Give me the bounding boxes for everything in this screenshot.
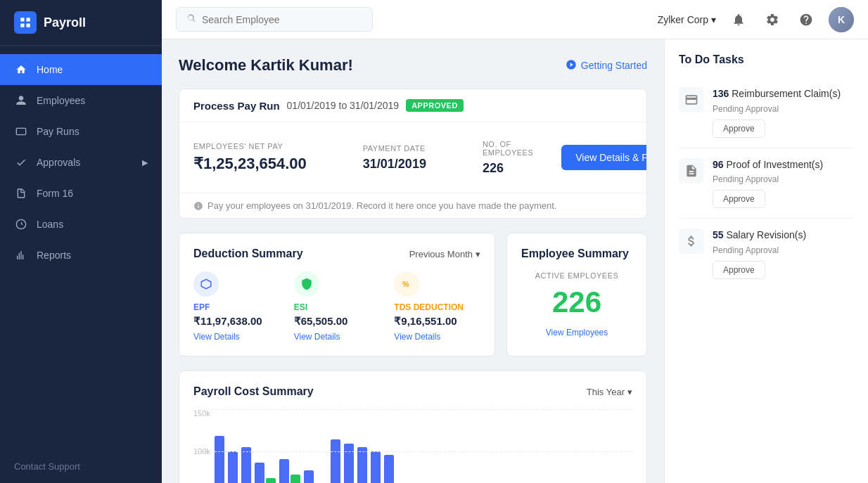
getting-started-label: Getting Started: [581, 60, 647, 71]
todo-salary-content: 55 Salary Revision(s) Pending Approval A…: [713, 228, 854, 279]
sidebar-item-payruns-label: Pay Runs: [37, 126, 79, 137]
reports-icon: [14, 248, 28, 262]
proof-investment-icon: [679, 158, 704, 183]
esi-icon: [294, 271, 319, 297]
sidebar-item-approvals[interactable]: Approvals ▶: [0, 147, 162, 178]
employees-icon: [14, 94, 28, 108]
home-icon: [14, 63, 28, 77]
employees-net-pay-value: ₹1,25,23,654.00: [193, 155, 307, 173]
todo-item-proof-investment: 96 Proof of Investment(s) Pending Approv…: [679, 148, 854, 219]
netpay-bar: [241, 447, 251, 483]
chart-bar-group: [371, 451, 381, 484]
chart-bar-group: [279, 459, 300, 484]
cost-period-selector[interactable]: This Year ▾: [587, 387, 632, 397]
todo-salary-type: Salary Revision(s): [726, 229, 806, 240]
netpay-bar: [384, 455, 394, 483]
sidebar-item-employees[interactable]: Employees: [0, 85, 162, 116]
company-selector[interactable]: Zylker Corp ▾: [658, 14, 716, 25]
todo-reimbursement-content: 136 Reimbursement Claim(s) Pending Appro…: [713, 87, 854, 138]
deduction-period-chevron-icon: ▾: [476, 249, 480, 259]
salary-revision-icon: [679, 228, 704, 254]
avatar[interactable]: K: [829, 7, 854, 32]
todo-proof-count: 96: [713, 159, 724, 170]
taxes-bar: [291, 475, 300, 484]
todo-item-salary-revision: 55 Salary Revision(s) Pending Approval A…: [679, 219, 854, 289]
pay-run-note-text: Pay your employees on 31/01/2019. Record…: [208, 200, 556, 211]
settings-button[interactable]: [761, 8, 784, 31]
proof-approve-button[interactable]: Approve: [713, 190, 765, 208]
todo-reimbursement-count: 136: [713, 88, 729, 99]
deduction-card-header: Deduction Summary Previous Month ▾: [193, 247, 480, 260]
epf-view-details-link[interactable]: View Details: [193, 332, 280, 342]
pay-run-period: 01/01/2019 to 31/01/2019: [287, 100, 400, 111]
pay-run-banner: Process Pay Run 01/01/2019 to 31/01/2019…: [179, 89, 647, 219]
company-name-label: Zylker Corp: [658, 14, 708, 25]
deduction-summary-card: Deduction Summary Previous Month ▾ EP: [179, 233, 495, 356]
search-bar[interactable]: [176, 7, 373, 32]
tds-view-details-link[interactable]: View Details: [394, 332, 480, 342]
esi-view-details-link[interactable]: View Details: [294, 332, 381, 342]
view-employees-link[interactable]: View Employees: [521, 328, 632, 337]
todo-proof-text: 96 Proof of Investment(s): [713, 158, 854, 172]
todo-proof-content: 96 Proof of Investment(s) Pending Approv…: [713, 158, 854, 209]
reimbursement-approve-button[interactable]: Approve: [713, 120, 765, 138]
app-name: Payroll: [44, 15, 86, 30]
svg-rect-2: [20, 24, 24, 27]
getting-started-icon: [566, 59, 577, 72]
getting-started-link[interactable]: Getting Started: [566, 59, 647, 72]
view-details-pay-button[interactable]: View Details & Pay: [561, 145, 647, 170]
search-input[interactable]: [202, 14, 362, 25]
sidebar-item-loans[interactable]: Loans: [0, 209, 162, 240]
contact-support-label: Contact Support: [14, 461, 80, 472]
sidebar-item-form16[interactable]: Form 16: [0, 178, 162, 209]
employee-summary-card: Employee Summary ACTIVE EMPLOYEES 226 Vi…: [506, 233, 647, 356]
epf-icon: [193, 271, 219, 297]
todo-title: To Do Tasks: [679, 53, 854, 66]
deduction-item-epf: EPF ₹11,97,638.00 View Details: [193, 271, 280, 342]
tds-amount: ₹9,16,551.00: [394, 315, 480, 328]
svg-text:%: %: [402, 280, 409, 288]
active-employees-label: ACTIVE EMPLOYEES: [521, 271, 632, 280]
sidebar-item-reports-label: Reports: [37, 250, 71, 261]
netpay-bar: [279, 459, 289, 484]
loans-icon: [14, 217, 28, 231]
deduction-item-esi: ESI ₹65,505.00 View Details: [294, 271, 381, 342]
tds-type-label: TDS DEDUCTION: [394, 302, 480, 312]
salary-approve-button[interactable]: Approve: [713, 261, 765, 279]
deduction-items: EPF ₹11,97,638.00 View Details ESI ₹65,5…: [193, 271, 480, 342]
sidebar-item-reports[interactable]: Reports: [0, 240, 162, 271]
sidebar-item-payruns[interactable]: Pay Runs: [0, 116, 162, 147]
deduction-period-selector[interactable]: Previous Month ▾: [409, 249, 480, 259]
svg-rect-4: [16, 128, 25, 134]
payruns-icon: [14, 124, 28, 139]
chart-bar-group: [241, 447, 251, 483]
payment-date-metric: PAYMENT DATE 31/01/2019: [363, 144, 426, 172]
esi-amount: ₹65,505.00: [294, 315, 381, 328]
epf-type-label: EPF: [193, 302, 280, 312]
approved-badge: APPROVED: [406, 99, 464, 112]
chart-label-100k: 100k: [193, 447, 210, 456]
welcome-section: Welcome Kartik Kumar! Getting Started: [179, 56, 647, 75]
active-employees-count: 226: [521, 285, 632, 319]
approvals-icon: [14, 155, 28, 169]
netpay-bar: [228, 451, 238, 484]
header: Zylker Corp ▾ K: [162, 0, 868, 39]
form16-icon: [14, 186, 28, 200]
deduction-card-title: Deduction Summary: [193, 247, 303, 260]
svg-rect-0: [20, 18, 24, 21]
esi-type-label: ESI: [294, 302, 381, 312]
netpay-bar: [331, 439, 340, 483]
contact-support[interactable]: Contact Support: [0, 450, 162, 483]
company-chevron-icon: ▾: [711, 14, 716, 25]
sidebar-item-home[interactable]: Home: [0, 54, 162, 85]
help-button[interactable]: [795, 8, 817, 31]
svg-rect-3: [27, 24, 30, 27]
netpay-bar: [255, 463, 264, 483]
employees-net-pay-metric: EMPLOYEES' NET PAY ₹1,25,23,654.00: [193, 142, 307, 173]
sidebar: Payroll Home Employees Pay Runs: [0, 0, 162, 483]
sidebar-item-loans-label: Loans: [37, 219, 63, 230]
sidebar-logo[interactable]: Payroll: [0, 0, 162, 46]
payroll-logo-icon: [14, 11, 37, 34]
notifications-button[interactable]: [727, 8, 750, 31]
chart-bar-group: [255, 463, 276, 483]
